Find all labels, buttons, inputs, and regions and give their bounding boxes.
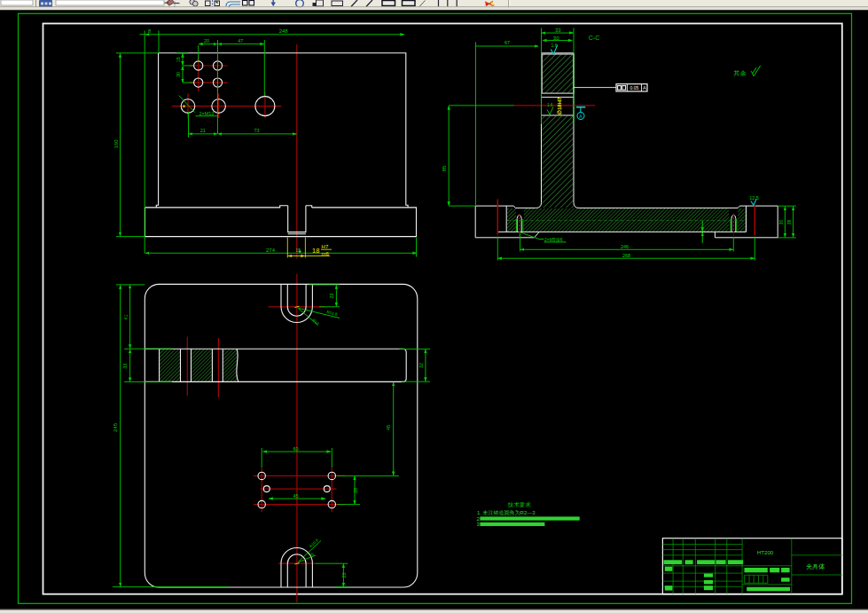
svg-text:30: 30 — [553, 35, 559, 41]
svg-text:23: 23 — [341, 572, 347, 578]
svg-text:30: 30 — [778, 220, 784, 225]
svg-text:274: 274 — [266, 248, 276, 253]
svg-text:36: 36 — [786, 220, 792, 225]
svg-text:H7: H7 — [322, 244, 329, 249]
svg-text:33: 33 — [122, 364, 128, 369]
svg-text:45: 45 — [386, 425, 391, 430]
svg-text:246: 246 — [621, 244, 629, 249]
svg-text:245: 245 — [113, 422, 118, 432]
svg-text:45: 45 — [293, 493, 299, 499]
svg-text:18: 18 — [312, 247, 319, 255]
svg-text:23: 23 — [329, 293, 334, 298]
svg-text:20: 20 — [204, 38, 209, 43]
svg-text:248: 248 — [279, 28, 289, 34]
svg-text:67: 67 — [504, 40, 510, 45]
svg-text:其余: 其余 — [733, 69, 746, 77]
svg-text:160: 160 — [113, 139, 119, 149]
svg-text:30: 30 — [176, 72, 181, 77]
svg-text:268: 268 — [622, 253, 630, 258]
svg-text:m6: m6 — [322, 251, 330, 256]
svg-text:1.6: 1.6 — [547, 103, 553, 107]
svg-text:12.5: 12.5 — [749, 195, 759, 200]
svg-text:15: 15 — [176, 57, 181, 62]
svg-text:2×M12: 2×M12 — [199, 111, 215, 116]
svg-text:28: 28 — [353, 488, 358, 493]
svg-text:21: 21 — [200, 128, 206, 133]
svg-text:0.05: 0.05 — [630, 85, 639, 90]
svg-text:33: 33 — [555, 28, 561, 33]
svg-text:85: 85 — [442, 165, 447, 171]
svg-text:夹具体: 夹具体 — [806, 563, 825, 570]
svg-text:8: 8 — [148, 28, 151, 34]
svg-text:41: 41 — [123, 314, 129, 319]
svg-text:73: 73 — [254, 128, 259, 133]
svg-text:32: 32 — [418, 363, 424, 368]
svg-text:∅18H7: ∅18H7 — [557, 97, 562, 114]
svg-text:1. 未注铸造圆角为R2—3: 1. 未注铸造圆角为R2—3 — [477, 509, 536, 516]
svg-text:C-C: C-C — [589, 35, 599, 41]
svg-text:47: 47 — [238, 38, 243, 43]
svg-text:60: 60 — [293, 446, 299, 452]
svg-text:A: A — [643, 85, 646, 90]
svg-text:2×M5深6: 2×M5深6 — [544, 237, 563, 243]
svg-text:技术要求: 技术要求 — [507, 501, 532, 508]
svg-text:HT200: HT200 — [757, 549, 774, 555]
